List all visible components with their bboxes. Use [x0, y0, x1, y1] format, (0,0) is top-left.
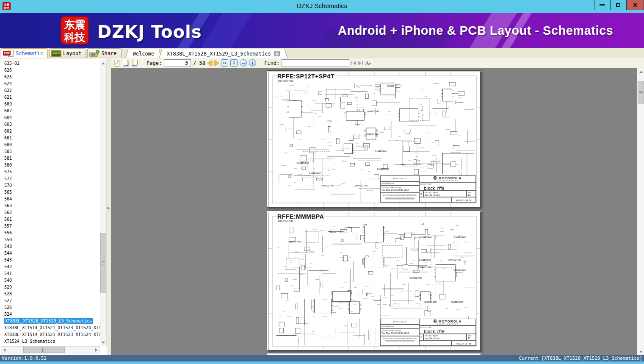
list-item[interactable]: 524: [1, 311, 100, 318]
list-item[interactable]: 609: [1, 101, 100, 108]
list-item[interactable]: 563: [1, 203, 100, 209]
company-logo-icon: 东震 科技: [61, 16, 89, 44]
list-item[interactable]: 600: [1, 142, 100, 148]
sidebar-splitter[interactable]: ►: [107, 58, 111, 355]
arrow-right-icon: [95, 348, 97, 352]
list-item-label: 621: [4, 95, 12, 100]
list-item[interactable]: 581: [1, 155, 100, 162]
scroll-left-button[interactable]: [1, 347, 8, 353]
scrollbar-thumb[interactable]: [100, 233, 106, 293]
scroll-down-button[interactable]: [638, 348, 644, 355]
scroll-up-button[interactable]: [638, 68, 644, 75]
list-item[interactable]: 540: [1, 277, 100, 284]
prev-page-button[interactable]: [207, 60, 212, 66]
tab-schematic-label: Schematic: [16, 50, 43, 56]
list-item[interactable]: 564: [1, 196, 100, 203]
list-item[interactable]: 622: [1, 87, 100, 94]
list-item[interactable]: XT1524_L3_Schematics: [1, 338, 100, 345]
find-next-button[interactable]: [358, 61, 363, 65]
viewer-vertical-scrollbar[interactable]: [637, 68, 644, 355]
shared-pad-label: SHARED PAD: [366, 133, 379, 136]
list-item[interactable]: 572: [1, 175, 100, 182]
rotate-right-button[interactable]: [131, 59, 138, 67]
list-item[interactable]: 556: [1, 230, 100, 236]
sidebar-horizontal-scrollbar[interactable]: [1, 346, 100, 353]
list-item-label: 609: [4, 102, 12, 106]
list-item[interactable]: 557: [1, 223, 100, 230]
close-button[interactable]: X: [626, 0, 644, 10]
zoom-out-button[interactable]: −: [240, 59, 247, 67]
list-item[interactable]: 565: [1, 189, 100, 196]
list-item[interactable]: 528: [1, 291, 100, 297]
scroll-right-button[interactable]: [93, 347, 100, 353]
page-input[interactable]: [164, 59, 191, 67]
list-item[interactable]: 621: [1, 94, 100, 101]
list-item[interactable]: 561: [1, 216, 100, 223]
shared-pad-label: SHARED PAD: [377, 168, 389, 170]
tab-share[interactable]: + Share: [87, 48, 121, 58]
schematic-page-1: RFFE:SP12T+SP4TREF 7000-7099SO4435SHARED…: [267, 70, 481, 208]
list-item[interactable]: 626: [1, 67, 100, 74]
list-item[interactable]: 601: [1, 135, 100, 142]
scroll-down-button[interactable]: [100, 339, 106, 346]
list-item-label: 622: [4, 88, 12, 93]
list-item[interactable]: 542: [1, 264, 100, 270]
list-item[interactable]: 575: [1, 169, 100, 175]
find-prev-button[interactable]: [351, 61, 356, 65]
next-page-button[interactable]: [214, 60, 219, 66]
list-item[interactable]: 602: [1, 128, 100, 135]
title-block: APPROVALSENGINEER: MMLAST MODIFIED ON: M…: [380, 319, 476, 346]
shared-pad-label: SHARED PAD: [451, 301, 463, 303]
viewer-toolbar: Page: / 58 ↔ ↕ − + Find: Aa: [111, 58, 644, 68]
find-next-icon: [358, 61, 362, 65]
tab-close-icon[interactable]: ×: [274, 51, 280, 56]
list-item-label: 564: [4, 197, 12, 201]
list-item[interactable]: 607: [1, 108, 100, 114]
list-item[interactable]: 585: [1, 148, 100, 155]
zoom-in-button[interactable]: +: [249, 59, 256, 67]
list-item[interactable]: XT838L_XT1514_XT1521_XT1523_XT1524_XT1: [1, 325, 100, 331]
list-item[interactable]: 562: [1, 209, 100, 216]
maximize-button[interactable]: [610, 0, 626, 10]
list-item[interactable]: 603: [1, 121, 100, 128]
shared-pad-label: SHARED PAD: [297, 162, 309, 164]
doc-tab-welcome[interactable]: Welcome: [130, 49, 158, 58]
doc-tab-schematics[interactable]: XT838L_XT1528_XT1529_L3_Schematics ×: [163, 49, 283, 58]
list-item[interactable]: 527: [1, 297, 100, 304]
fit-page-button[interactable]: ↕: [230, 59, 238, 67]
list-item[interactable]: 529: [1, 284, 100, 291]
list-item[interactable]: 570: [1, 182, 100, 189]
list-item[interactable]: 604: [1, 114, 100, 121]
list-item[interactable]: 543: [1, 257, 100, 264]
list-item[interactable]: 624: [1, 81, 100, 87]
rotate-left-button[interactable]: [122, 59, 129, 67]
list-item[interactable]: 526: [1, 304, 100, 311]
list-item[interactable]: XT838L_XT1528_XT1529_L3_Schematics: [1, 318, 100, 325]
list-item[interactable]: 548: [1, 243, 100, 250]
scrollbar-thumb[interactable]: [638, 81, 644, 104]
list-item-label: 548: [4, 244, 12, 249]
find-input[interactable]: [282, 59, 349, 67]
arrow-left-icon: [3, 348, 6, 352]
shared-pad-label: SHARED PAD: [367, 111, 379, 113]
rotate-left-icon: [122, 59, 129, 67]
page-total: / 58: [193, 60, 205, 66]
copy-page-button[interactable]: [113, 59, 120, 67]
match-case-button[interactable]: Aa: [365, 60, 371, 67]
list-item[interactable]: 635-02: [1, 60, 100, 67]
tab-schematic[interactable]: PDF Schematic: [1, 48, 48, 58]
app-banner: 东震 科技 DZKJ Tools Android + iPhone & PCB …: [0, 13, 644, 48]
list-item[interactable]: 541: [1, 270, 100, 277]
tab-layout[interactable]: PADS Layout: [49, 48, 86, 58]
list-item[interactable]: 580: [1, 162, 100, 169]
list-item[interactable]: 550: [1, 236, 100, 243]
minimize-button[interactable]: [594, 0, 610, 10]
scroll-up-button[interactable]: [100, 60, 106, 67]
shared-pad-label: SHARED PAD: [375, 150, 387, 153]
list-item[interactable]: 625: [1, 74, 100, 81]
list-item[interactable]: XT838L_XT1514_XT1521_XT1523_XT1524_XT1: [1, 331, 100, 338]
sidebar-vertical-scrollbar[interactable]: [100, 60, 107, 346]
fit-width-button[interactable]: ↔: [221, 59, 228, 67]
list-item[interactable]: 544: [1, 250, 100, 257]
scrollbar-thumb[interactable]: [23, 347, 65, 353]
